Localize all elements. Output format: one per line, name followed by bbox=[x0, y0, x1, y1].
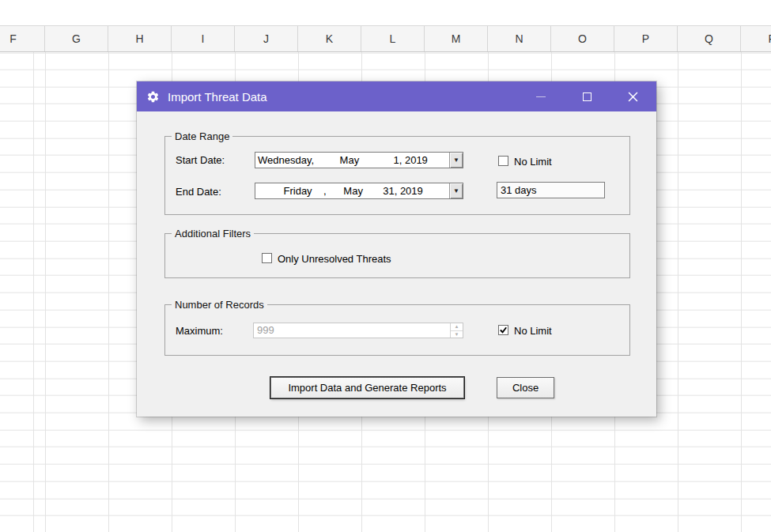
maximum-value: 999 bbox=[254, 323, 450, 338]
excel-column-header[interactable]: P bbox=[614, 26, 678, 51]
checkmark-icon bbox=[499, 326, 508, 334]
dialog-titlebar[interactable]: Import Threat Data bbox=[137, 81, 656, 111]
import-data-button[interactable]: Import Data and Generate Reports bbox=[270, 377, 464, 398]
date-no-limit-checkbox[interactable] bbox=[498, 156, 508, 166]
excel-column-header[interactable]: O bbox=[551, 26, 614, 51]
chevron-down-icon[interactable]: ▼ bbox=[449, 183, 463, 198]
excel-column-header[interactable]: J bbox=[235, 26, 298, 51]
minimize-icon bbox=[536, 96, 546, 97]
import-threat-data-dialog: Import Threat Data Date Range Start Date… bbox=[137, 81, 656, 417]
excel-column-header[interactable]: F bbox=[0, 26, 45, 51]
date-no-limit-label[interactable]: No Limit bbox=[514, 156, 552, 168]
excel-column-header[interactable]: R bbox=[741, 26, 771, 51]
date-range-group-label: Date Range bbox=[172, 130, 232, 142]
maximize-button[interactable] bbox=[575, 85, 599, 108]
start-date-combobox[interactable]: Wednesday, May 1, 2019 ▼ bbox=[255, 152, 463, 168]
chevron-down-icon[interactable]: ▼ bbox=[449, 153, 463, 168]
start-date-value: Wednesday, May 1, 2019 bbox=[255, 153, 449, 168]
maximum-spinner[interactable]: 999 ▲ ▼ bbox=[253, 323, 463, 338]
excel-column-header[interactable]: I bbox=[172, 26, 235, 51]
maximum-label: Maximum: bbox=[176, 325, 223, 337]
excel-column-header[interactable]: H bbox=[108, 26, 172, 51]
excel-column-header[interactable]: K bbox=[298, 26, 361, 51]
dialog-body: Date Range Start Date: Wednesday, May 1,… bbox=[137, 111, 656, 417]
additional-filters-group: Additional Filters bbox=[164, 233, 630, 278]
end-date-label: End Date: bbox=[176, 186, 221, 198]
records-no-limit-checkbox[interactable] bbox=[498, 325, 508, 335]
excel-top-bar bbox=[0, 0, 771, 26]
only-unresolved-threats-checkbox[interactable] bbox=[262, 253, 272, 263]
dialog-title: Import Threat Data bbox=[168, 90, 267, 104]
start-date-label: Start Date: bbox=[176, 154, 225, 166]
number-of-records-group-label: Number of Records bbox=[172, 299, 267, 311]
spin-up-icon[interactable]: ▲ bbox=[451, 323, 463, 331]
maximize-icon bbox=[583, 92, 591, 101]
records-no-limit-label[interactable]: No Limit bbox=[514, 325, 552, 337]
excel-column-header[interactable]: Q bbox=[678, 26, 741, 51]
only-unresolved-threats-label[interactable]: Only Unresolved Threats bbox=[278, 253, 391, 265]
date-range-group: Date Range bbox=[164, 136, 630, 215]
excel-column-header[interactable]: N bbox=[488, 26, 551, 51]
additional-filters-group-label: Additional Filters bbox=[172, 228, 254, 240]
excel-column-headers: F G H I J K L M N O P Q R bbox=[0, 26, 771, 52]
spinner-buttons: ▲ ▼ bbox=[450, 323, 463, 338]
end-date-value: Friday , May 31, 2019 bbox=[255, 183, 449, 198]
duration-textbox[interactable]: 31 days bbox=[497, 182, 605, 198]
spin-down-icon[interactable]: ▼ bbox=[451, 331, 463, 338]
screen: F G H I J K L M N O P Q R Import Threat … bbox=[0, 0, 771, 532]
gear-icon bbox=[146, 89, 161, 104]
close-icon bbox=[628, 92, 638, 102]
excel-column-header[interactable]: M bbox=[425, 26, 488, 51]
window-controls bbox=[529, 81, 644, 111]
excel-column-header[interactable]: L bbox=[361, 26, 425, 51]
end-date-combobox[interactable]: Friday , May 31, 2019 ▼ bbox=[255, 183, 463, 199]
close-button[interactable] bbox=[621, 85, 644, 108]
excel-column-header[interactable]: G bbox=[45, 26, 108, 51]
close-dialog-button[interactable]: Close bbox=[497, 377, 554, 398]
minimize-button[interactable] bbox=[529, 85, 553, 108]
